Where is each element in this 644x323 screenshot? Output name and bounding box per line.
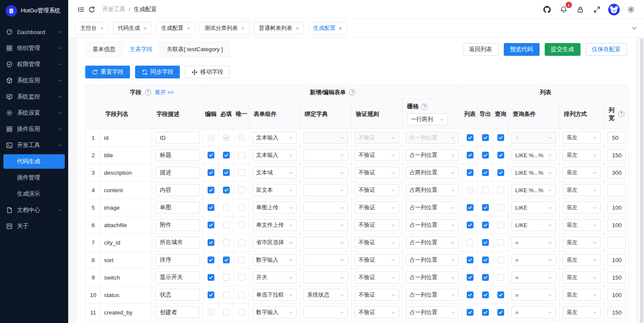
grid-select[interactable]: 占一列位置 xyxy=(406,254,459,266)
width-input[interactable]: 150 xyxy=(607,149,626,161)
width-input[interactable]: 100 xyxy=(607,219,626,231)
list-checkbox[interactable] xyxy=(467,152,474,159)
help-icon[interactable]: ? xyxy=(145,89,151,95)
grid-select[interactable]: 占两列位置 xyxy=(406,167,459,179)
required-checkbox[interactable] xyxy=(223,204,230,211)
unique-checkbox[interactable] xyxy=(238,134,245,141)
sidebar-subitem-gen-demo[interactable]: 生成演示 xyxy=(0,186,68,202)
query-cond-select[interactable]: = xyxy=(511,236,556,248)
validate-select[interactable]: 不验证 xyxy=(355,271,399,283)
preview-code-button[interactable]: 预览代码 xyxy=(504,43,540,56)
dict-select[interactable] xyxy=(303,202,348,213)
required-checkbox[interactable] xyxy=(223,291,230,298)
align-select[interactable]: 居左 xyxy=(563,184,601,196)
generator-tab-2[interactable]: 关联表[ testCategory ] xyxy=(159,42,230,57)
component-select[interactable]: 文本输入 xyxy=(252,132,297,144)
align-select[interactable]: 居左 xyxy=(563,219,601,231)
list-checkbox[interactable] xyxy=(467,204,474,211)
grid-select[interactable]: 占一列位置 xyxy=(406,289,459,301)
required-checkbox[interactable] xyxy=(223,257,230,263)
field-desc-input[interactable]: 单图 xyxy=(155,202,200,213)
align-select[interactable]: 居左 xyxy=(563,167,601,179)
query-checkbox[interactable] xyxy=(497,187,504,193)
unique-checkbox[interactable] xyxy=(238,152,245,159)
field-desc-input[interactable]: 所在城市 xyxy=(155,236,200,248)
edit-checkbox[interactable] xyxy=(208,204,214,211)
page-tab-0[interactable]: 主控台× xyxy=(75,22,109,35)
tab-close-icon[interactable]: × xyxy=(100,26,104,31)
export-checkbox[interactable] xyxy=(482,274,489,281)
unique-checkbox[interactable] xyxy=(238,309,245,316)
field-desc-input[interactable]: 创建者 xyxy=(155,306,200,318)
required-checkbox[interactable] xyxy=(223,187,230,193)
page-tab-1[interactable]: 代码生成× xyxy=(113,22,152,35)
export-checkbox[interactable] xyxy=(482,257,489,263)
export-checkbox[interactable] xyxy=(482,309,489,316)
tab-close-icon[interactable]: × xyxy=(187,26,190,31)
query-checkbox[interactable] xyxy=(497,152,504,159)
page-tab-4[interactable]: 普通树表列表× xyxy=(254,22,304,35)
query-cond-select[interactable]: LIKE xyxy=(511,219,556,231)
edit-checkbox[interactable] xyxy=(208,274,214,281)
width-input[interactable]: 300 xyxy=(607,167,626,179)
dict-select[interactable] xyxy=(303,271,348,283)
grid-select[interactable]: 占一列位置 xyxy=(406,236,459,248)
sidebar-item-dashboard[interactable]: Dashboard xyxy=(0,24,68,40)
component-select[interactable]: 富文本 xyxy=(252,184,297,196)
validate-select[interactable]: 不验证 xyxy=(355,184,399,196)
list-checkbox[interactable] xyxy=(467,309,474,316)
back-to-list-button[interactable]: 返回列表 xyxy=(463,43,499,56)
unique-checkbox[interactable] xyxy=(238,204,245,211)
unique-checkbox[interactable] xyxy=(238,222,245,228)
tab-close-icon[interactable]: × xyxy=(295,26,299,31)
validate-select[interactable]: 不验证 xyxy=(355,202,399,213)
field-desc-input[interactable]: 内容 xyxy=(155,184,200,196)
unique-checkbox[interactable] xyxy=(238,187,245,193)
help-icon[interactable]: ? xyxy=(618,111,624,117)
component-select[interactable]: 数字输入 xyxy=(252,306,297,318)
edit-checkbox[interactable] xyxy=(208,291,214,298)
required-checkbox[interactable] xyxy=(223,239,230,246)
save-config-only-button[interactable]: 仅保存配置 xyxy=(586,43,627,56)
unique-checkbox[interactable] xyxy=(238,291,245,298)
component-select[interactable]: 单选下拉框 xyxy=(252,289,297,301)
submit-generate-button[interactable]: 提交生成 xyxy=(545,43,580,56)
list-checkbox[interactable] xyxy=(467,187,474,193)
validate-select[interactable]: 不验证 xyxy=(355,236,399,248)
query-cond-select[interactable]: = xyxy=(511,271,556,283)
validate-select[interactable]: 不验证 xyxy=(355,219,399,231)
export-checkbox[interactable] xyxy=(482,134,489,141)
sidebar-item-about[interactable]: 关于 xyxy=(0,218,68,234)
required-checkbox[interactable] xyxy=(223,134,230,141)
validate-select[interactable]: 不验证 xyxy=(355,132,399,144)
field-desc-input[interactable]: 描述 xyxy=(155,167,200,179)
align-select[interactable]: 居左 xyxy=(563,306,601,318)
field-desc-input[interactable]: ID xyxy=(155,132,200,144)
unique-checkbox[interactable] xyxy=(238,274,245,281)
sync-fields-button[interactable]: 同步字段 xyxy=(135,66,180,78)
grid-select[interactable]: 占一列位置 xyxy=(406,202,459,213)
list-checkbox[interactable] xyxy=(467,257,474,263)
sidebar-item-doc-center[interactable]: 文档中心 xyxy=(0,202,68,218)
export-checkbox[interactable] xyxy=(482,291,489,298)
query-cond-select[interactable]: LIKE %...% xyxy=(511,184,556,196)
dict-select[interactable] xyxy=(303,149,348,161)
list-checkbox[interactable] xyxy=(467,239,474,246)
edit-checkbox[interactable] xyxy=(208,309,214,316)
export-checkbox[interactable] xyxy=(482,204,489,211)
grid-layout-select[interactable]: 一行两列 xyxy=(407,113,448,125)
grid-select[interactable]: 占两列位置 xyxy=(406,184,459,196)
tabbar-chevron-down-icon[interactable] xyxy=(631,25,637,31)
width-input[interactable]: 150 xyxy=(607,306,626,318)
query-checkbox[interactable] xyxy=(497,239,504,246)
list-checkbox[interactable] xyxy=(467,134,474,141)
dict-select[interactable] xyxy=(303,167,348,179)
grid-select[interactable]: 占一列位置 xyxy=(406,149,459,161)
width-input[interactable]: 50 xyxy=(607,132,626,144)
app-logo[interactable]: HotGo管理系统 xyxy=(0,0,68,21)
unique-checkbox[interactable] xyxy=(238,257,245,263)
query-checkbox[interactable] xyxy=(497,169,504,176)
grid-select[interactable]: 占一列位置 xyxy=(406,219,459,231)
required-checkbox[interactable] xyxy=(223,222,230,228)
dict-select[interactable] xyxy=(303,254,348,266)
